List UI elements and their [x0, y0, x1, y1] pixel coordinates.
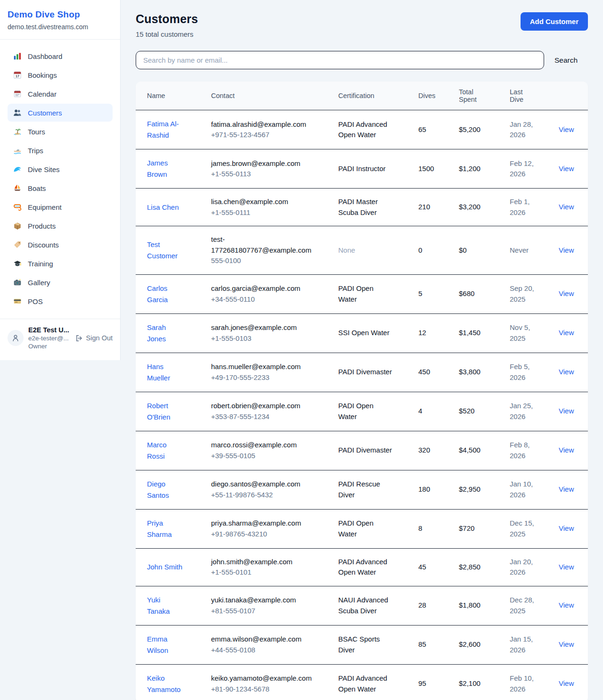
user-info: E2E Test U... e2e-tester@... Owner	[28, 326, 70, 350]
customer-total-spent: $680	[453, 274, 504, 313]
customer-certification: PADI Open Water	[333, 509, 413, 548]
customer-name-link[interactable]: Fatima Al-Rashid	[147, 120, 179, 139]
customer-name-link[interactable]: Lisa Chen	[147, 203, 179, 211]
customer-name-link[interactable]: Carlos Garcia	[147, 284, 168, 304]
user-name: E2E Test U...	[28, 326, 70, 334]
sidebar-item-boats[interactable]: Boats	[8, 179, 113, 197]
customer-dives: 450	[413, 353, 453, 392]
customer-certification: PADI Advanced Open Water	[333, 548, 413, 586]
view-customer-link[interactable]: View	[559, 165, 574, 173]
customer-email: fatima.alrashid@example.com	[211, 119, 321, 130]
customer-total-spent: $3,800	[453, 353, 504, 392]
customer-name-link[interactable]: John Smith	[147, 563, 182, 571]
view-customer-link[interactable]: View	[559, 485, 574, 493]
customer-total-spent: $720	[453, 509, 504, 548]
customer-total-spent: $0	[453, 226, 504, 275]
customer-name-link[interactable]: Keiko Yamamoto	[147, 674, 180, 693]
customer-last-dive: Feb 5, 2026	[504, 353, 553, 392]
sidebar-item-dive-sites[interactable]: Dive Sites	[8, 160, 113, 178]
package-icon	[13, 222, 22, 230]
customer-dives: 85	[413, 625, 453, 664]
customer-certification: BSAC Sports Diver	[333, 625, 413, 664]
customer-last-dive: Feb 12, 2026	[504, 149, 553, 189]
customer-name-link[interactable]: Yuki Tanaka	[147, 596, 170, 615]
search-input[interactable]	[136, 51, 544, 69]
table-row: Emma Wilson emma.wilson@example.com +44-…	[136, 625, 588, 664]
view-customer-link[interactable]: View	[559, 601, 574, 609]
tag-icon	[13, 240, 22, 249]
customer-certification: SSI Open Water	[333, 313, 413, 353]
customer-total-spent: $2,850	[453, 548, 504, 586]
customer-name-link[interactable]: Hans Mueller	[147, 362, 170, 382]
customer-last-dive: Jan 25, 2026	[504, 392, 553, 431]
table-row: Lisa Chen lisa.chen@example.com +1-555-0…	[136, 189, 588, 226]
view-customer-link[interactable]: View	[559, 679, 574, 687]
table-row: Carlos Garcia carlos.garcia@example.com …	[136, 274, 588, 313]
sidebar-item-training[interactable]: Training	[8, 255, 113, 272]
view-customer-link[interactable]: View	[559, 563, 574, 571]
customer-email: priya.sharma@example.com	[211, 518, 321, 529]
customer-dives: 12	[413, 313, 453, 353]
customer-phone: +1-555-0113	[211, 169, 321, 180]
customer-name-link[interactable]: Test Customer	[147, 240, 178, 260]
customer-dives: 180	[413, 470, 453, 509]
customer-last-dive: Jan 28, 2026	[504, 110, 553, 149]
search-button[interactable]: Search	[544, 56, 588, 65]
speedboat-icon	[13, 146, 22, 155]
view-customer-link[interactable]: View	[559, 246, 574, 254]
user-email: e2e-tester@...	[28, 335, 70, 342]
customer-certification: PADI Open Water	[333, 274, 413, 313]
column-header-name: Name	[136, 82, 205, 110]
sidebar-item-bookings[interactable]: 17 Bookings	[8, 66, 113, 84]
view-customer-link[interactable]: View	[559, 125, 574, 133]
customer-name-link[interactable]: Priya Sharma	[147, 519, 172, 538]
sidebar-item-gallery[interactable]: Gallery	[8, 273, 113, 291]
sidebar-item-discounts[interactable]: Discounts	[8, 236, 113, 254]
customer-email: john.smith@example.com	[211, 557, 321, 568]
column-header-actions	[553, 82, 588, 110]
sidebar-item-label: Dive Sites	[28, 165, 60, 173]
view-customer-link[interactable]: View	[559, 524, 574, 532]
sidebar-item-label: Discounts	[28, 241, 59, 249]
sidebar-item-calendar[interactable]: Calendar	[8, 85, 113, 103]
view-customer-link[interactable]: View	[559, 329, 574, 337]
sidebar-item-customers[interactable]: Customers	[8, 104, 113, 122]
view-customer-link[interactable]: View	[559, 368, 574, 376]
customer-total-spent: $2,950	[453, 470, 504, 509]
view-customer-link[interactable]: View	[559, 203, 574, 211]
customer-email: keiko.yamamoto@example.com	[211, 673, 321, 684]
customer-name-link[interactable]: Sarah Jones	[147, 323, 166, 343]
main-content: Customers 15 total customers Add Custome…	[121, 0, 603, 700]
sidebar-item-tours[interactable]: Tours	[8, 123, 113, 140]
sign-out-button[interactable]: Sign Out	[75, 334, 113, 342]
customer-phone: +49-170-555-2233	[211, 372, 321, 383]
user-footer: E2E Test U... e2e-tester@... Owner Sign …	[0, 319, 120, 360]
view-customer-link[interactable]: View	[559, 407, 574, 415]
table-row: Keiko Yamamoto keiko.yamamoto@example.co…	[136, 664, 588, 700]
sidebar-item-dashboard[interactable]: Dashboard	[8, 47, 113, 65]
view-customer-link[interactable]: View	[559, 446, 574, 454]
add-customer-button[interactable]: Add Customer	[521, 12, 588, 31]
view-customer-link[interactable]: View	[559, 289, 574, 297]
customer-last-dive: Feb 1, 2026	[504, 189, 553, 226]
customer-name-link[interactable]: Emma Wilson	[147, 635, 168, 654]
customer-name-link[interactable]: James Brown	[147, 159, 168, 178]
customer-name-link[interactable]: Diego Santos	[147, 480, 169, 499]
sidebar-item-pos[interactable]: POS	[8, 292, 113, 310]
customers-table: Name Contact Certification Dives Total S…	[136, 82, 588, 700]
customer-phone: +55-11-99876-5432	[211, 490, 321, 501]
customer-name-link[interactable]: Robert O'Brien	[147, 402, 171, 421]
customer-email: robert.obrien@example.com	[211, 401, 321, 412]
bar-chart-icon	[13, 52, 22, 60]
customer-email: yuki.tanaka@example.com	[211, 595, 321, 606]
table-row: John Smith john.smith@example.com +1-555…	[136, 548, 588, 586]
sidebar-item-equipment[interactable]: Equipment	[8, 198, 113, 216]
customer-name-link[interactable]: Marco Rossi	[147, 441, 167, 460]
svg-text:17: 17	[16, 74, 19, 78]
sidebar-item-trips[interactable]: Trips	[8, 141, 113, 159]
customer-total-spent: $1,200	[453, 149, 504, 189]
customer-dives: 5	[413, 274, 453, 313]
customer-dives: 65	[413, 110, 453, 149]
sidebar-item-products[interactable]: Products	[8, 217, 113, 235]
view-customer-link[interactable]: View	[559, 640, 574, 648]
